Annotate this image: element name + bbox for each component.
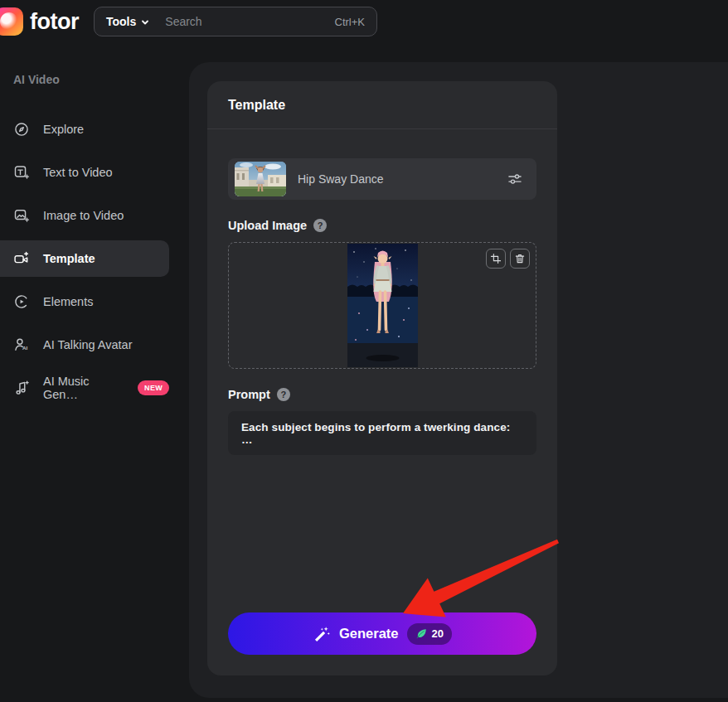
elements-icon (13, 293, 30, 310)
sliders-icon[interactable] (507, 171, 523, 187)
credits-count: 20 (432, 627, 444, 640)
uploaded-image-preview (347, 244, 418, 367)
upload-image-dropzone[interactable] (228, 242, 536, 369)
sidebar-item-label: Text to Video (43, 166, 113, 179)
sidebar-item-label: AI Talking Avatar (43, 338, 132, 351)
crop-button[interactable] (486, 249, 506, 269)
prompt-label: Prompt (228, 388, 270, 401)
template-settings-card: Template (207, 81, 557, 675)
crop-icon (490, 253, 502, 264)
fotor-logo[interactable]: fotor (0, 7, 79, 36)
compass-icon (13, 121, 30, 138)
sidebar-item-explore[interactable]: Explore (0, 111, 169, 148)
prompt-value: Each subject begins to perform a twerkin… (241, 421, 523, 446)
ai-avatar-icon: AI (13, 336, 30, 353)
magic-wand-icon (313, 625, 331, 643)
leaf-icon (415, 627, 428, 640)
preview-actions (486, 249, 530, 269)
sidebar-item-label: Template (43, 252, 95, 265)
fotor-wordmark: fotor (30, 9, 79, 35)
sidebar-item-label: AI Music Gen… (43, 375, 121, 401)
page-title: Template (228, 98, 285, 113)
template-thumbnail (235, 162, 286, 196)
delete-button[interactable] (510, 249, 530, 269)
sidebar-item-ai-music-gen[interactable]: AI Music Gen… NEW (0, 370, 169, 406)
template-selector[interactable]: Hip Sway Dance (228, 158, 536, 200)
sidebar: AI Video Explore Text to Video Image to … (0, 73, 182, 406)
upload-image-label: Upload Image (228, 219, 307, 232)
upload-image-label-row: Upload Image ? (228, 218, 536, 232)
sidebar-item-text-to-video[interactable]: Text to Video (0, 154, 169, 191)
sidebar-item-ai-talking-avatar[interactable]: AI AI Talking Avatar (0, 327, 169, 363)
sidebar-item-template[interactable]: Template (0, 240, 169, 277)
main-panel: Template (189, 62, 728, 698)
chevron-down-icon (140, 17, 150, 27)
sidebar-item-image-to-video[interactable]: Image to Video (0, 197, 169, 234)
sidebar-item-elements[interactable]: Elements (0, 283, 169, 320)
music-icon (13, 380, 30, 396)
prompt-input[interactable]: Each subject begins to perform a twerkin… (228, 411, 536, 455)
tools-dropdown[interactable]: Tools (106, 15, 150, 28)
search-input[interactable]: Search (165, 15, 334, 28)
generate-button[interactable]: Generate 20 (228, 612, 536, 655)
sidebar-section-title: AI Video (13, 73, 182, 86)
sidebar-item-label: Elements (43, 295, 93, 308)
new-badge: NEW (138, 380, 169, 395)
help-icon[interactable]: ? (277, 388, 290, 401)
prompt-label-row: Prompt ? (228, 387, 536, 401)
fotor-logo-icon (0, 7, 23, 36)
search-shortcut: Ctrl+K (335, 16, 365, 28)
card-header: Template (207, 81, 557, 129)
generate-label: Generate (339, 626, 399, 641)
sidebar-item-label: Image to Video (43, 209, 124, 222)
sidebar-item-label: Explore (43, 123, 84, 136)
text-to-video-icon (13, 164, 30, 181)
template-icon (13, 250, 30, 267)
template-name: Hip Sway Dance (298, 172, 495, 186)
credits-badge: 20 (407, 623, 452, 645)
help-icon[interactable]: ? (313, 219, 327, 232)
search-bar[interactable]: Tools Search Ctrl+K (94, 7, 377, 36)
trash-icon (514, 253, 526, 264)
image-to-video-icon (13, 207, 30, 224)
top-bar: fotor Tools Search Ctrl+K (0, 0, 728, 43)
tools-label: Tools (106, 15, 136, 28)
svg-text:AI: AI (22, 346, 28, 351)
